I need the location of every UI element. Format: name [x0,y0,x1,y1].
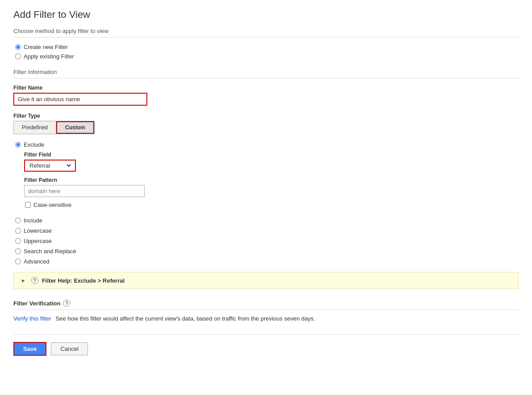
apply-existing-filter-option[interactable]: Apply existing Filter [15,53,519,60]
method-section: Choose method to apply filter to view Cr… [13,28,519,60]
page-title: Add Filter to View [13,9,519,21]
apply-existing-filter-radio[interactable] [15,53,21,59]
exclude-option[interactable]: Exclude [15,141,519,148]
uppercase-label: Uppercase [24,238,52,244]
predefined-tab[interactable]: Predefined [14,121,56,134]
filter-info-section: Filter Information Filter Name Filter Ty… [13,69,519,265]
apply-existing-filter-label: Apply existing Filter [24,53,74,60]
create-new-filter-option[interactable]: Create new Filter [15,44,519,50]
filter-field-select-wrapper[interactable]: Referral Campaign Hostname Request URI U… [24,160,76,172]
filter-name-label: Filter Name [13,85,519,91]
filter-info-heading: Filter Information [13,69,519,78]
method-section-heading: Choose method to apply filter to view [13,28,519,37]
advanced-label: Advanced [24,258,50,265]
filter-pattern-input[interactable] [24,185,145,197]
filter-verification-header: Filter Verification ? [13,300,519,310]
filter-type-label: Filter Type [13,113,519,119]
other-filter-options: Include Lowercase Uppercase Search and R… [15,217,519,265]
filter-type-tab-group: Predefined Custom [13,121,95,134]
search-replace-option[interactable]: Search and Replace [15,248,519,255]
filter-verification-section: Filter Verification ? Verify this filter… [13,300,519,322]
create-new-filter-label: Create new Filter [24,44,68,50]
expand-icon: ► [21,278,26,283]
case-sensitive-row: Case-sensitive [25,202,519,208]
filter-name-input[interactable] [13,93,147,106]
advanced-radio[interactable] [15,259,21,264]
filter-pattern-group: Filter Pattern [24,177,519,197]
exclude-option-block: Exclude Filter Field Referral Campaign H… [15,141,519,208]
verify-description: See how this filter would affect the cur… [56,315,316,322]
filter-verification-help-icon[interactable]: ? [63,300,70,307]
uppercase-radio[interactable] [15,238,21,244]
create-new-filter-radio[interactable] [15,44,21,50]
filter-verification-title: Filter Verification [13,300,60,307]
uppercase-option[interactable]: Uppercase [15,238,519,244]
case-sensitive-label: Case-sensitive [33,202,71,208]
filter-help-label: Filter Help: Exclude > Referral [42,277,125,284]
exclude-label: Exclude [24,141,44,148]
save-button[interactable]: Save [13,342,46,356]
custom-tab[interactable]: Custom [56,121,94,134]
advanced-option[interactable]: Advanced [15,258,519,265]
filter-field-label: Filter Field [24,152,519,158]
include-radio[interactable] [15,218,21,223]
case-sensitive-checkbox[interactable] [25,202,31,208]
search-replace-radio[interactable] [15,248,21,254]
filter-field-group: Filter Field Referral Campaign Hostname … [24,152,519,208]
lowercase-option[interactable]: Lowercase [15,227,519,234]
filter-field-select[interactable]: Referral Campaign Hostname Request URI U… [28,162,72,169]
include-option[interactable]: Include [15,217,519,224]
verify-filter-link[interactable]: Verify this filter [13,315,51,322]
filter-type-section: Filter Type Predefined Custom [13,113,519,134]
lowercase-label: Lowercase [24,227,52,234]
filter-options-section: Exclude Filter Field Referral Campaign H… [13,141,519,265]
search-replace-label: Search and Replace [24,248,76,255]
help-circle-icon[interactable]: ? [31,277,38,284]
lowercase-radio[interactable] [15,228,21,234]
filter-help-bar[interactable]: ► ? Filter Help: Exclude > Referral [13,272,519,289]
include-label: Include [24,217,42,224]
cancel-button[interactable]: Cancel [51,342,87,355]
exclude-radio[interactable] [15,142,21,148]
button-row: Save Cancel [13,334,519,356]
method-radio-group: Create new Filter Apply existing Filter [15,44,519,60]
verify-row: Verify this filter See how this filter w… [13,315,519,322]
filter-pattern-label: Filter Pattern [24,177,519,183]
